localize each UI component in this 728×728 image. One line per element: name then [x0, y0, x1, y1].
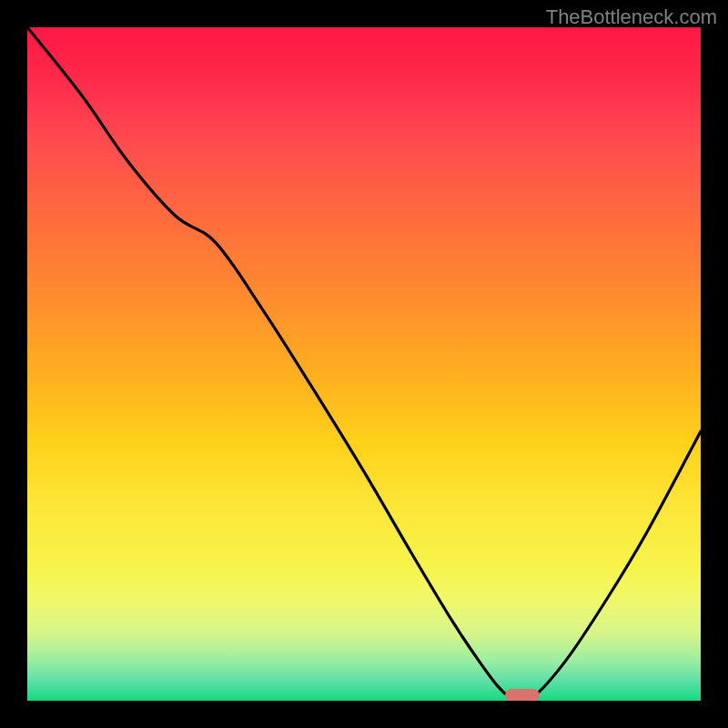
plot-area [27, 27, 701, 701]
curve-path [27, 27, 701, 701]
bottleneck-curve [27, 27, 701, 701]
optimal-marker [505, 689, 540, 701]
watermark-text: TheBottleneck.com [546, 5, 717, 29]
